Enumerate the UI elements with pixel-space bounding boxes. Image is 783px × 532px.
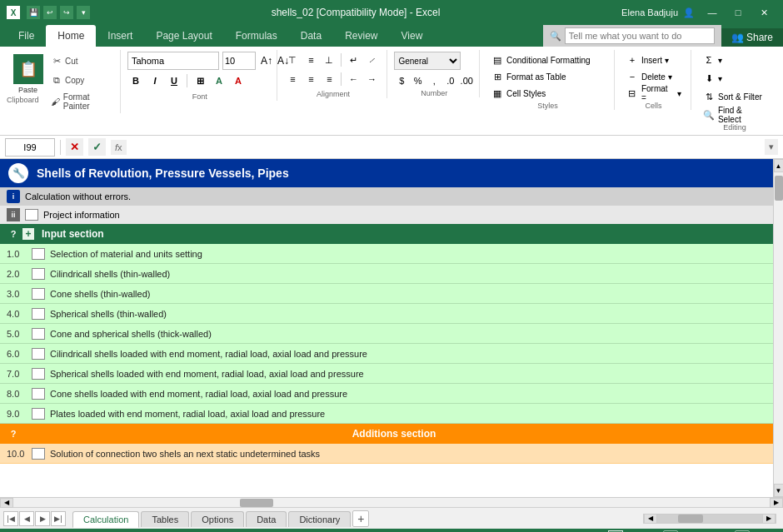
align-top-button[interactable]: ⊤ [284,52,301,68]
last-sheet-button[interactable]: ▶| [51,511,66,526]
sheet-scroll-right[interactable]: ▶ [762,514,776,524]
formula-input[interactable] [132,138,760,157]
save-button[interactable]: 💾 [27,6,40,19]
section-expand-button[interactable]: + [22,227,35,241]
insert-button[interactable]: + Insert ▾ [621,52,686,68]
row-checkbox[interactable] [32,288,45,300]
row-checkbox[interactable] [32,308,45,320]
prev-sheet-button[interactable]: ◀ [19,511,34,526]
table-row[interactable]: 1.0 Selection of material and units sett… [0,244,773,264]
wrap-text-button[interactable]: ↵ [345,52,362,68]
tab-data[interactable]: Data [246,511,287,527]
percent-button[interactable]: $ [394,72,409,89]
tab-tables[interactable]: Tables [141,511,189,527]
tab-options[interactable]: Options [191,511,244,527]
table-row[interactable]: 9.0 Plates loaded with end moment, radia… [0,404,773,424]
scroll-up-button[interactable]: ▲ [774,159,784,172]
table-row[interactable]: 4.0 Spherical shells (thin-walled) [0,304,773,324]
scroll-left-button[interactable]: ◀ [0,498,13,508]
tab-formulas[interactable]: Formulas [224,25,289,47]
orientation-button[interactable]: ⟋ [363,52,380,68]
row-checkbox[interactable] [32,248,45,260]
percent-btn[interactable]: % [411,72,426,89]
increase-decimal-button[interactable]: .0 [443,72,458,89]
copy-button[interactable]: ⧉ Copy [46,71,115,89]
cell-reference-input[interactable] [5,138,55,157]
horizontal-scroll-thumb[interactable] [240,499,273,507]
align-left-button[interactable]: ≡ [284,71,301,87]
tab-calculation[interactable]: Calculation [72,511,139,528]
close-button[interactable]: ✕ [751,0,776,25]
delete-button[interactable]: − Delete ▾ [621,68,686,85]
number-format-select[interactable]: General [394,52,461,70]
row-checkbox[interactable] [32,408,45,420]
scroll-right-button[interactable]: ▶ [770,498,783,508]
tab-review[interactable]: Review [333,25,389,47]
tab-insert[interactable]: Insert [96,25,144,47]
help-input[interactable] [565,27,715,44]
font-color-button[interactable]: A [230,72,247,89]
insert-function-button[interactable]: fx [111,140,127,155]
increase-font-button[interactable]: A↑ [259,53,274,68]
align-center-button[interactable]: ≡ [302,71,319,87]
redo-button[interactable]: ↪ [60,6,73,19]
row-checkbox[interactable] [32,448,45,460]
scroll-thumb[interactable] [775,176,783,201]
format-button[interactable]: ⊟ Format = ▾ [621,85,686,102]
align-bottom-button[interactable]: ⊥ [321,52,337,68]
tab-dictionary[interactable]: Dictionary [288,511,351,527]
share-button[interactable]: 👥 Share [721,28,783,47]
table-row[interactable]: 10.0 Solution of connection two shels an… [0,444,773,464]
font-size-input[interactable] [222,52,256,70]
sort-filter-button[interactable]: ⇅ Sort & Filter [698,88,771,105]
formula-cancel-button[interactable]: ✕ [66,138,83,156]
undo-button[interactable]: ↩ [43,6,57,19]
row-checkbox[interactable] [32,368,45,380]
align-right-button[interactable]: ≡ [321,71,337,87]
tab-view[interactable]: View [390,25,435,47]
format-as-table-button[interactable]: ⊞ Format as Table [486,68,609,85]
tab-page-layout[interactable]: Page Layout [144,25,223,47]
format-painter-button[interactable]: 🖌 Format Painter [46,90,115,113]
formula-expand-button[interactable]: ▾ [765,139,778,155]
project-checkbox[interactable] [25,209,38,221]
bold-button[interactable]: B [127,72,144,89]
minimize-button[interactable]: — [700,0,725,25]
add-sheet-button[interactable]: + [352,510,369,527]
paste-button[interactable]: 📋 Paste [12,52,44,97]
align-middle-button[interactable]: ≡ [302,52,319,68]
row-checkbox[interactable] [32,388,45,400]
horizontal-scroll-track[interactable] [13,498,770,508]
table-row[interactable]: 8.0 Cone shells loaded with end moment, … [0,384,773,404]
font-name-input[interactable] [127,52,219,70]
cut-button[interactable]: ✂ Cut [46,52,115,70]
increase-indent-button[interactable]: → [363,71,380,87]
customize-qat-button[interactable]: ▾ [77,6,90,19]
thousands-button[interactable]: , [426,72,441,89]
row-checkbox[interactable] [32,268,45,280]
border-button[interactable]: ⊞ [192,72,208,89]
sheet-scroll-left[interactable]: ◀ [644,514,657,524]
table-row[interactable]: 6.0 Cilindricall shells loaded with end … [0,344,773,364]
first-sheet-button[interactable]: |◀ [3,511,18,526]
decrease-decimal-button[interactable]: .00 [460,72,475,89]
table-row[interactable]: 7.0 Spherical shells loaded with end mom… [0,364,773,384]
tab-file[interactable]: File [7,25,46,47]
italic-button[interactable]: I [147,72,163,89]
tab-data[interactable]: Data [289,25,333,47]
sheet-scroll-track[interactable] [657,515,762,523]
sum-button[interactable]: Σ ▾ [698,52,771,68]
find-select-button[interactable]: 🔍 Find & Select [698,107,771,123]
conditional-formatting-button[interactable]: ▤ Conditional Formatting [486,52,609,68]
cell-styles-button[interactable]: ▦ Cell Styles [486,85,609,102]
table-row[interactable]: 2.0 Cilindricall shells (thin-walled) [0,264,773,284]
table-row[interactable]: 3.0 Cone shells (thin-walled) [0,284,773,304]
decrease-indent-button[interactable]: ← [345,71,362,87]
scroll-down-button[interactable]: ▼ [774,484,784,497]
next-sheet-button[interactable]: ▶ [35,511,50,526]
underline-button[interactable]: U [166,72,182,89]
table-row[interactable]: 5.0 Cone and spherical shells (thick-wal… [0,324,773,344]
sheet-scroll-thumb[interactable] [678,515,703,523]
fill-color-button[interactable]: A [211,72,227,89]
row-checkbox[interactable] [32,328,45,340]
